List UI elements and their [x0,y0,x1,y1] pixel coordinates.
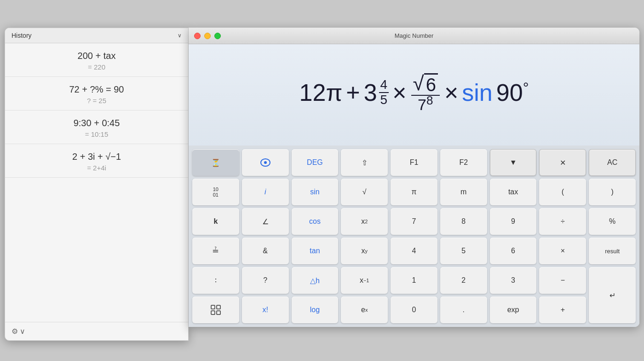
history-result: = 220 [14,63,179,71]
deg-key[interactable]: DEG [292,149,339,176]
clearx-key[interactable]: ✕ [539,149,586,176]
window-title: Magic Number [395,32,434,39]
history-footer: ⚙ ∨ [5,322,188,340]
history-result: ? = 25 [14,97,179,105]
shift-key[interactable]: ⇧ [341,149,388,176]
history-chevron-icon[interactable]: ∨ [178,32,182,39]
history-item[interactable]: 2 + 3i + √−1 = 2+4i [5,144,188,178]
formula-times1: × [392,79,406,106]
angle-key[interactable]: ∠ [242,208,289,235]
grid-key[interactable] [192,297,239,323]
history-item[interactable]: 9:30 + 0:45 = 10:15 [5,111,188,144]
keypad-area: ⏳DEG⇧F1F2▼✕AC1001isin√πmtax()k∠cosx2789÷… [189,146,639,327]
3-key[interactable]: 3 [490,267,537,294]
sqrt-symbol: √ [413,73,424,93]
history-expr: 2 + 3i + √−1 [14,151,179,162]
history-result: = 2+4i [14,164,179,172]
mul-key[interactable]: × [539,238,586,264]
4-key[interactable]: 4 [391,238,437,264]
7-key[interactable]: 7 [391,208,437,235]
history-panel: History ∨ 200 + tax = 220 72 + ?% = 90 ?… [5,28,189,341]
scatter-key[interactable]: ∶ [192,267,239,294]
lparen-key[interactable]: ( [539,179,586,205]
exp-key[interactable]: exp [490,297,537,323]
fraction-numerator: 4 [379,78,389,93]
pct-key[interactable]: % [589,208,636,235]
frac-den: 78 [416,96,435,112]
svg-rect-4 [211,311,215,314]
formula-frac-sqrt: √ 6 78 [411,73,440,112]
rparen-key[interactable]: ) [589,179,636,205]
binary-key[interactable]: 1001 [192,179,239,205]
tax-key[interactable]: tax [490,179,537,205]
formula-times2: × [444,79,458,106]
sqrt-6: √ 6 [413,73,438,94]
maximize-button[interactable] [214,33,221,39]
5-key[interactable]: 5 [440,238,487,264]
history-item[interactable]: 72 + ?% = 90 ? = 25 [5,77,188,111]
formula-plus1: + [346,79,360,106]
dropdown-key[interactable]: ▼ [490,149,537,176]
formula-sin: sin [462,79,492,106]
formula-display: 12π + 3 4 5 × √ 6 78 [299,73,529,112]
gear-icon[interactable]: ⚙ ∨ [12,327,25,336]
sqrt-radicand: 6 [424,73,438,94]
degree-symbol: ° [523,79,529,96]
enter-key[interactable]: ↵ [589,267,636,323]
history-expr: 72 + ?% = 90 [14,84,179,95]
ac-key[interactable]: AC [589,149,636,176]
sin-key[interactable]: sin [292,179,339,205]
sub-key[interactable]: − [539,267,586,294]
list-key[interactable]: ≟ [192,238,239,264]
history-header: History ∨ [5,28,188,43]
dot-key[interactable]: . [440,297,487,323]
tan-key[interactable]: tan [292,238,339,264]
factorial-key[interactable]: x! [242,297,289,323]
m-key[interactable]: m [440,179,487,205]
calculator-window: Magic Number 12π + 3 4 5 × √ 6 [189,28,639,327]
history-result: = 10:15 [14,130,179,138]
amp-key[interactable]: & [242,238,289,264]
9-key[interactable]: 9 [490,208,537,235]
display-area: 12π + 3 4 5 × √ 6 78 [189,44,639,146]
result-key[interactable]: result [589,238,636,264]
history-item[interactable]: 200 + tax = 220 [5,43,188,77]
0-key[interactable]: 0 [391,297,437,323]
question-key[interactable]: ? [242,267,289,294]
sqrt-key[interactable]: √ [341,179,388,205]
minimize-button[interactable] [204,33,211,39]
delta-key[interactable]: △h [292,267,339,294]
8-key[interactable]: 8 [440,208,487,235]
formula-90: 90° [496,79,529,106]
exp-e-key[interactable]: ex [341,297,388,323]
imaginary-key[interactable]: i [242,179,289,205]
xinv-key[interactable]: x−1 [341,267,388,294]
xpow-key[interactable]: xy [341,238,388,264]
f1-key[interactable]: F1 [391,149,437,176]
add-key[interactable]: + [539,297,586,323]
close-button[interactable] [194,33,201,39]
xsq-key[interactable]: x2 [341,208,388,235]
fraction-denominator: 5 [379,93,389,107]
exponent-8: 8 [426,93,433,107]
div-key[interactable]: ÷ [539,208,586,235]
svg-rect-3 [217,305,220,309]
frac-num: √ 6 [411,73,440,96]
pi-key[interactable]: π [391,179,437,205]
clock-key[interactable]: ⏳ [192,149,239,176]
title-bar: Magic Number [189,28,639,44]
eye-key[interactable] [242,149,289,176]
formula-fraction-45: 4 5 [379,78,389,107]
k-key[interactable]: k [192,208,239,235]
svg-rect-2 [211,305,215,309]
1-key[interactable]: 1 [391,267,437,294]
2-key[interactable]: 2 [440,267,487,294]
cos-key[interactable]: cos [292,208,339,235]
f2-key[interactable]: F2 [440,149,487,176]
formula-mixed: 3 4 5 [364,78,389,107]
6-key[interactable]: 6 [490,238,537,264]
formula-12pi: 12π [299,79,343,106]
history-items-list: 200 + tax = 220 72 + ?% = 90 ? = 25 9:30… [5,43,188,322]
log-key[interactable]: log [292,297,339,323]
svg-point-1 [264,161,267,164]
